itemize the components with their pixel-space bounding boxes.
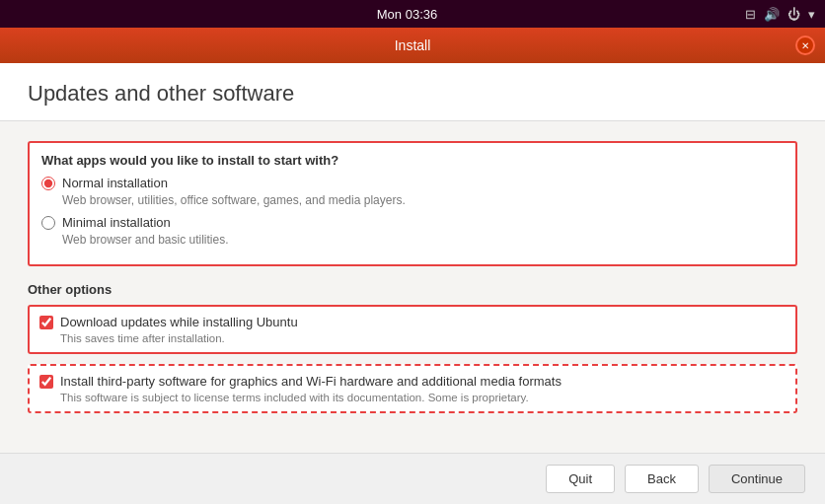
download-updates-checkbox[interactable]	[39, 316, 53, 329]
download-updates-label: Download updates while installing Ubuntu	[60, 315, 298, 329]
page-heading-section: Updates and other software	[0, 63, 825, 121]
minimal-radio[interactable]	[41, 216, 55, 230]
third-party-checkbox[interactable]	[39, 375, 53, 389]
minimal-label: Minimal installation	[62, 215, 171, 230]
topbar-right: ⊟ 🔊 ⏻ ▾	[745, 7, 815, 22]
normal-description: Web browser, utilities, office software,…	[62, 193, 784, 207]
bottom-bar: Quit Back Continue	[0, 453, 825, 504]
download-updates-desc: This saves time after installation.	[60, 332, 786, 344]
close-button[interactable]	[795, 36, 815, 55]
normal-radio[interactable]	[41, 177, 55, 190]
third-party-box: Install third-party software for graphic…	[28, 364, 797, 413]
content-area: What apps would you like to install to s…	[0, 121, 825, 453]
download-updates-box: Download updates while installing Ubuntu…	[28, 305, 797, 354]
download-updates-option[interactable]: Download updates while installing Ubuntu	[39, 315, 786, 329]
network-icon: ⊟	[745, 7, 756, 22]
sound-icon: 🔊	[764, 7, 780, 22]
apps-section-box: What apps would you like to install to s…	[28, 141, 797, 266]
window-title: Install	[395, 37, 431, 53]
quit-button[interactable]: Quit	[546, 465, 615, 493]
chevron-down-icon: ▾	[808, 7, 815, 22]
clock: Mon 03:36	[377, 7, 437, 22]
third-party-desc: This software is subject to license term…	[60, 392, 786, 403]
install-window: Install Updates and other software What …	[0, 28, 825, 504]
minimal-installation-option[interactable]: Minimal installation	[41, 215, 784, 230]
titlebar: Install	[0, 28, 825, 63]
normal-label: Normal installation	[62, 176, 168, 190]
normal-installation-option[interactable]: Normal installation	[41, 176, 784, 190]
page-title: Updates and other software	[28, 81, 797, 107]
minimal-description: Web browser and basic utilities.	[62, 233, 784, 247]
power-icon: ⏻	[788, 7, 800, 22]
topbar: Mon 03:36 ⊟ 🔊 ⏻ ▾	[0, 0, 825, 28]
other-options-label: Other options	[28, 282, 797, 297]
apps-question: What apps would you like to install to s…	[41, 153, 784, 168]
back-button[interactable]: Back	[625, 465, 699, 493]
third-party-label: Install third-party software for graphic…	[60, 374, 562, 389]
third-party-option[interactable]: Install third-party software for graphic…	[39, 374, 786, 389]
continue-button[interactable]: Continue	[709, 465, 805, 493]
